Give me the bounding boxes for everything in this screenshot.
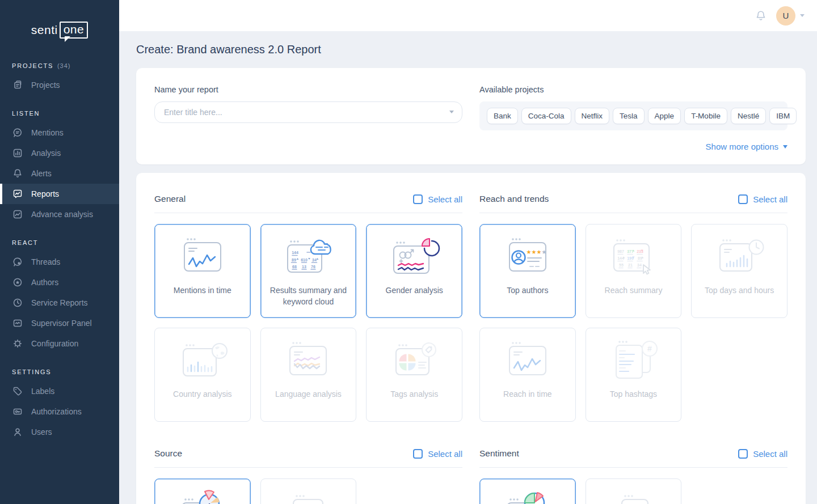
section-title: Sentiment: [479, 448, 519, 459]
page-title: Create: Brand awareness 2.0 Report: [136, 43, 806, 56]
select-all-checkbox[interactable]: [738, 194, 748, 204]
select-all-reach[interactable]: Select all: [738, 194, 787, 204]
project-chip-bank[interactable]: Bank: [487, 108, 518, 124]
show-more-options-button[interactable]: Show more options: [479, 142, 787, 151]
project-chip-nestle[interactable]: Nestlé: [731, 108, 766, 124]
select-all-checkbox[interactable]: [738, 449, 748, 459]
sidebar-item-mentions[interactable]: Mentions: [0, 122, 119, 143]
star-badge-icon: [12, 277, 23, 288]
avatar[interactable]: U: [776, 6, 795, 26]
gender-pie-icon: [386, 234, 443, 281]
module-card-top-authors[interactable]: ★★ ★★ Top authors: [479, 224, 576, 318]
module-card-gender-analysis[interactable]: Gender analysis: [366, 224, 462, 318]
sidebar-item-label: Threads: [31, 257, 60, 266]
nav-section-projects: PROJECTS (34): [0, 62, 119, 69]
report-modules-card: General Select all: [136, 173, 806, 504]
project-chip-netflix[interactable]: Netflix: [575, 108, 610, 124]
svg-text:★: ★: [531, 249, 536, 255]
project-chip-apple[interactable]: Apple: [648, 108, 681, 124]
sidebar-item-label: Service Reports: [31, 298, 88, 307]
module-card-tags-analysis[interactable]: Tags analysis: [366, 328, 462, 422]
svg-text:13: 13: [302, 265, 307, 269]
sidebar-item-label: Analysis: [31, 149, 61, 158]
sidebar-item-advance-analysis[interactable]: Advance analysis: [0, 204, 119, 225]
project-chip-t-mobile[interactable]: T-Mobile: [684, 108, 727, 124]
sidebar-item-alerts[interactable]: Alerts: [0, 163, 119, 184]
module-card-top-days-and-hours[interactable]: Top days and hours: [691, 224, 787, 318]
sidebar-item-reports[interactable]: Reports: [0, 184, 119, 204]
svg-text:55: 55: [620, 263, 624, 267]
notifications-bell-icon[interactable]: [755, 10, 767, 22]
select-all-checkbox[interactable]: [413, 194, 423, 204]
clock-icon: [12, 297, 23, 308]
user-menu[interactable]: U: [776, 6, 805, 26]
section-source: Source Select all: [154, 447, 462, 504]
module-card-sentiment-pie[interactable]: [479, 478, 576, 504]
sidebar-item-analysis[interactable]: Analysis: [0, 143, 119, 163]
gear-icon: [12, 338, 23, 349]
module-label: Mentions in time: [174, 285, 231, 296]
section-title: Reach and trends: [479, 194, 549, 204]
sidebar-item-authorizations[interactable]: Authorizations: [0, 401, 119, 422]
bar-chart-icon: [12, 147, 23, 159]
module-card-top-hashtags[interactable]: # Top hashtags: [586, 328, 682, 422]
svg-text:★: ★: [526, 249, 531, 255]
svg-text:34: 34: [313, 258, 317, 262]
section-divider: [154, 213, 462, 213]
report-bubble-icon: [12, 188, 23, 200]
project-chip-tesla[interactable]: Tesla: [613, 108, 645, 124]
module-label: Top authors: [507, 285, 548, 296]
section-title: General: [154, 194, 186, 204]
module-card-mentions-in-time[interactable]: Mentions in time: [154, 224, 251, 318]
gauge-icon: [605, 488, 662, 504]
sidebar-item-users[interactable]: Users: [0, 422, 119, 442]
modules-left-column: General Select all: [154, 192, 462, 504]
module-label: Gender analysis: [386, 285, 443, 296]
project-chip-ibm[interactable]: IBM: [769, 108, 797, 124]
report-title-input[interactable]: [154, 101, 462, 123]
tags-icon: [12, 386, 23, 397]
sidebar-item-configuration[interactable]: Configuration: [0, 333, 119, 354]
sidebar-item-label: Advance analysis: [31, 210, 93, 219]
section-divider: [154, 467, 462, 468]
main-area: U Create: Brand awareness 2.0 Report Nam…: [119, 0, 817, 504]
sidebar-item-projects[interactable]: Projects: [0, 75, 119, 95]
section-title: Source: [154, 448, 182, 459]
sidebar-item-label: Labels: [31, 387, 54, 396]
select-all-checkbox[interactable]: [413, 449, 423, 459]
svg-text:#: #: [648, 344, 652, 353]
module-card-reach-in-time[interactable]: Reach in time: [479, 328, 576, 422]
module-card-results-summary[interactable]: 144 89 610 34 68 13 76: [260, 224, 357, 318]
sidebar-item-threads[interactable]: Threads: [0, 252, 119, 272]
select-all-sentiment[interactable]: Select all: [738, 449, 787, 459]
chevron-down-icon[interactable]: [800, 14, 805, 19]
section-divider: [479, 213, 787, 213]
module-card-reach-summary[interactable]: 987 377 233 144 199 89 55 21 34: [586, 224, 682, 318]
panel-chart-icon: [12, 317, 23, 329]
nav-section-settings: SETTINGS: [0, 369, 119, 375]
module-card-language-analysis[interactable]: Language analysis: [260, 328, 357, 422]
documents-icon: [12, 79, 23, 91]
module-card-source-pie[interactable]: [154, 478, 251, 504]
sidebar-item-labels[interactable]: Labels: [0, 381, 119, 401]
sidebar-item-authors[interactable]: Authors: [0, 272, 119, 293]
sentione-logo[interactable]: sentione: [0, 22, 119, 39]
module-card-source-list[interactable]: [260, 478, 357, 504]
sidebar-item-service-reports[interactable]: Service Reports: [0, 293, 119, 313]
svg-text:21: 21: [629, 263, 633, 267]
select-all-label: Select all: [753, 449, 787, 459]
module-card-country-analysis[interactable]: Country analysis: [154, 328, 251, 422]
numbers-cloud-icon: 144 89 610 34 68 13 76: [280, 234, 336, 281]
sidebar-item-label: Projects: [31, 81, 60, 90]
chevron-down-icon[interactable]: [449, 111, 454, 116]
clock-bars-icon: [711, 234, 768, 281]
project-chip-coca-cola[interactable]: Coca-Cola: [521, 108, 571, 124]
chevron-down-icon: [783, 145, 787, 151]
module-card-sentiment-gauge[interactable]: [586, 478, 682, 504]
logo-text-right: one: [60, 22, 89, 39]
svg-text:76: 76: [311, 265, 316, 269]
select-all-source[interactable]: Select all: [413, 449, 462, 459]
sidebar-item-supervisor-panel[interactable]: Supervisor Panel: [0, 313, 119, 333]
name-report-column: Name your report: [154, 85, 462, 147]
select-all-general[interactable]: Select all: [413, 194, 462, 204]
